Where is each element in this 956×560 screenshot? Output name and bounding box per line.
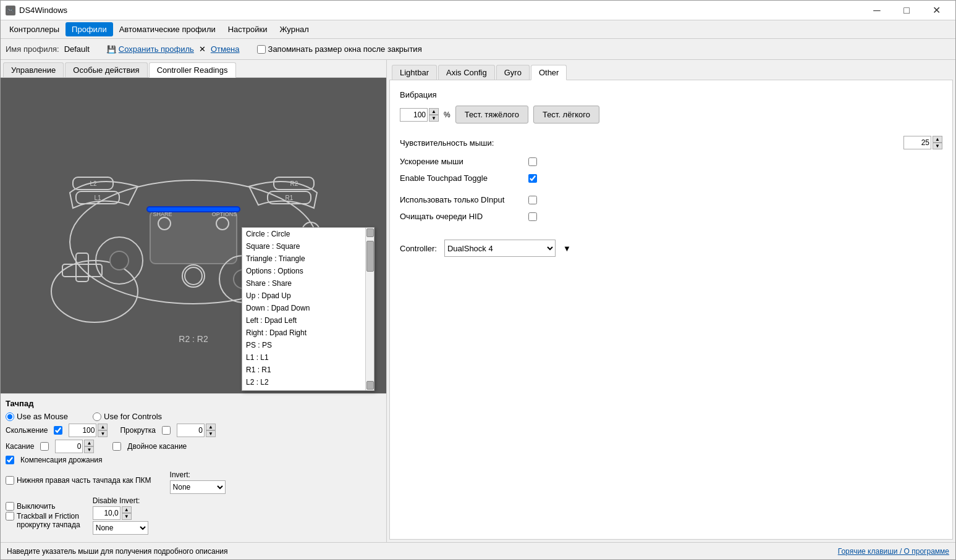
hotkeys-link[interactable]: Горячие клавиши / О программе <box>838 547 949 556</box>
vibration-up[interactable]: ▲ <box>429 108 439 115</box>
mouse-sens-value[interactable] <box>903 136 931 149</box>
left-panel: Управление Особые действия Controller Re… <box>1 60 387 542</box>
minimize-button[interactable]: ─ <box>863 1 891 20</box>
scroll-down-btn[interactable]: ▼ <box>98 430 108 437</box>
svg-point-1 <box>51 261 138 322</box>
scroll-checkbox[interactable] <box>54 426 62 435</box>
tab-other[interactable]: Other <box>531 65 567 80</box>
status-bar: Наведите указатель мыши для получения по… <box>1 542 955 559</box>
dropdown-item-l2[interactable]: L2 : L2 <box>242 376 365 388</box>
disable-invert-value[interactable] <box>93 506 121 520</box>
controller-select[interactable]: DualShock 4 DualSense Generic <box>444 240 556 257</box>
controller-dropdown-icon: ▼ <box>563 244 571 253</box>
touchpad-title: Тачпад <box>6 399 381 408</box>
use-for-controls-radio[interactable] <box>93 412 101 421</box>
invert-label: Invert: <box>170 470 226 479</box>
dropdown-item-left[interactable]: Left : Dpad Left <box>242 314 365 327</box>
svg-text:OPTIONS: OPTIONS <box>212 211 237 217</box>
menu-settings[interactable]: Настройки <box>222 22 274 36</box>
kasanie-checkbox[interactable] <box>40 442 49 451</box>
right-panel: Lightbar Axis Config Gyro Other Вибрация… <box>387 60 955 542</box>
dropdown-item-triangle[interactable]: Triangle : Triangle <box>242 253 365 265</box>
vibration-value[interactable] <box>400 108 428 122</box>
svg-rect-7 <box>150 211 237 264</box>
svg-text:L2: L2 <box>90 180 97 187</box>
compensation-checkbox[interactable] <box>6 456 14 464</box>
vibration-title: Вибрация <box>400 90 942 99</box>
prokurutka-label: Прокрутка <box>120 426 155 435</box>
dropdown-item-square[interactable]: Square : Square <box>242 240 365 253</box>
save-profile-button[interactable]: 💾 Сохранить профиль <box>107 44 194 54</box>
prokurutka-up-btn[interactable]: ▲ <box>206 424 216 430</box>
invert-select[interactable]: None <box>170 480 226 494</box>
kasanie-value[interactable] <box>55 440 83 453</box>
save-label: Сохранить профиль <box>119 44 194 54</box>
dropdown-item-down[interactable]: Down : Dpad Down <box>242 302 365 314</box>
button-dropdown: Circle : Circle Square : Square Triangle… <box>242 227 374 391</box>
prokurutka-down-btn[interactable]: ▼ <box>206 430 216 437</box>
compensation-label: Компенсация дрожания <box>20 456 103 464</box>
prokurutka-value[interactable] <box>177 424 205 437</box>
disable-invert-select[interactable]: None <box>93 521 148 535</box>
use-as-mouse-radio[interactable] <box>6 412 14 421</box>
kasanie-up-btn[interactable]: ▲ <box>84 440 94 446</box>
touchpad-toggle-label: Enable Touchpad Toggle <box>400 173 523 183</box>
dropdown-item-l1[interactable]: L1 : L1 <box>242 351 365 364</box>
percent-label: % <box>444 111 451 119</box>
use-as-mouse-label: Use as Mouse <box>17 412 68 421</box>
content-area: Управление Особые действия Controller Re… <box>1 60 955 542</box>
scroll-up-btn[interactable]: ▲ <box>98 424 108 430</box>
tab-manage[interactable]: Управление <box>3 62 64 77</box>
kasanie-down-btn[interactable]: ▼ <box>84 446 94 453</box>
menu-controllers[interactable]: Контроллеры <box>3 22 66 36</box>
disable-invert-down[interactable]: ▼ <box>122 513 132 520</box>
vibration-down[interactable]: ▼ <box>429 115 439 122</box>
dropdown-item-share[interactable]: Share : Share <box>242 277 365 290</box>
r2-label: R2 : R2 <box>179 334 208 344</box>
scroll-label: Скольжение <box>6 426 48 435</box>
svg-point-21 <box>185 267 202 285</box>
menu-profiles[interactable]: Профили <box>66 22 113 36</box>
mouse-accel-checkbox[interactable] <box>528 157 537 166</box>
dropdown-item-circle[interactable]: Circle : Circle <box>242 228 365 240</box>
test-light-button[interactable]: Тест. лёгкого <box>533 106 599 123</box>
dropdown-item-ps[interactable]: PS : PS <box>242 339 365 351</box>
menu-bar: Контроллеры Профили Автоматические профи… <box>1 20 955 39</box>
cancel-button[interactable]: Отмена <box>211 44 240 54</box>
svg-text:L1: L1 <box>94 194 101 201</box>
separator: ✕ <box>199 44 206 54</box>
remember-checkbox[interactable] <box>257 45 266 54</box>
test-heavy-button[interactable]: Тест. тяжёлого <box>455 106 528 123</box>
mouse-sens-up[interactable]: ▲ <box>933 136 942 143</box>
tab-controller-readings[interactable]: Controller Readings <box>149 62 236 78</box>
lower-right-checkbox[interactable] <box>6 476 14 485</box>
svg-point-20 <box>182 265 205 287</box>
maximize-button[interactable]: □ <box>892 1 921 20</box>
tab-gyro[interactable]: Gyro <box>496 65 530 80</box>
hid-queue-checkbox[interactable] <box>528 212 537 221</box>
sub-tabs: Управление Особые действия Controller Re… <box>1 60 386 78</box>
dinput-checkbox[interactable] <box>528 196 537 204</box>
scroll-value[interactable] <box>69 424 96 437</box>
trackball-checkbox[interactable] <box>6 512 14 520</box>
tab-special-actions[interactable]: Особые действия <box>65 62 147 77</box>
menu-log[interactable]: Журнал <box>273 22 315 36</box>
svg-text:SHARE: SHARE <box>153 211 172 217</box>
menu-auto-profiles[interactable]: Автоматические профили <box>113 22 222 36</box>
hid-queue-label: Очищать очереди HID <box>400 212 523 221</box>
settings-section: Чувствительность мыши: ▲ ▼ Ускорение мыш… <box>400 136 942 221</box>
tab-axis-config[interactable]: Axis Config <box>438 65 495 80</box>
disable-invert-up[interactable]: ▲ <box>122 506 132 513</box>
prokurutka-checkbox[interactable] <box>162 426 171 435</box>
dropdown-item-r1[interactable]: R1 : R1 <box>242 364 365 376</box>
touchpad-toggle-checkbox[interactable] <box>528 174 537 183</box>
dropdown-item-up[interactable]: Up : Dpad Up <box>242 290 365 302</box>
dropdown-item-right[interactable]: Right : Dpad Right <box>242 327 365 339</box>
profile-name-label: Имя профиля: <box>6 44 59 54</box>
disable-checkbox[interactable] <box>6 502 14 511</box>
close-button[interactable]: ✕ <box>922 1 950 20</box>
tab-lightbar[interactable]: Lightbar <box>392 65 437 80</box>
mouse-sens-down[interactable]: ▼ <box>933 143 942 149</box>
double-touch-checkbox[interactable] <box>112 442 121 451</box>
dropdown-item-options[interactable]: Options : Options <box>242 265 365 277</box>
